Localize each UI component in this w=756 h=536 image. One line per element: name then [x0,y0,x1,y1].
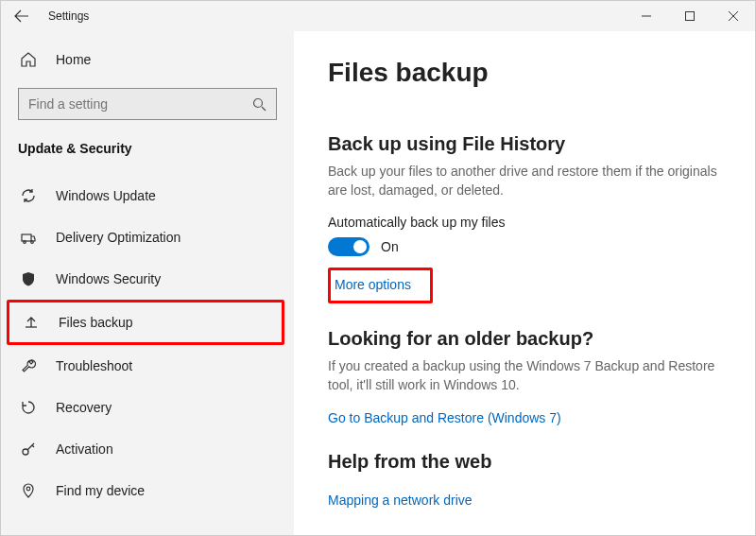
minimize-button[interactable] [625,1,668,31]
svg-point-3 [24,241,26,244]
sidebar-item-label: Delivery Optimization [56,230,180,245]
back-button[interactable] [12,7,31,26]
older-description: If you created a backup using the Window… [328,357,732,394]
arrow-left-icon [14,9,29,24]
main-content: Files backup Back up using File History … [294,31,755,535]
page-title: Files backup [328,58,732,88]
more-options-link[interactable]: More options [335,277,411,292]
older-heading: Looking for an older backup? [328,328,732,350]
sidebar-item-delivery-optimization[interactable]: Delivery Optimization [1,216,294,258]
search-box[interactable] [18,88,277,120]
annotation-highlight-files-backup: Files backup [7,300,284,345]
minimize-icon [642,11,651,21]
sidebar-item-troubleshoot[interactable]: Troubleshoot [1,345,294,387]
backup-icon [21,312,42,333]
sidebar-item-files-backup[interactable]: Files backup [9,303,282,342]
shield-icon [18,268,39,289]
toggle-label: Automatically back up my files [328,215,732,230]
sync-icon [18,185,39,206]
location-icon [18,480,39,501]
category-header: Update & Security [1,128,294,167]
key-icon [18,439,39,459]
sidebar: Home Update & Security Windows Update [1,31,294,535]
backup-description: Back up your files to another drive and … [328,163,732,199]
sidebar-item-find-my-device[interactable]: Find my device [1,470,294,511]
close-button[interactable] [712,1,755,31]
sidebar-item-home[interactable]: Home [1,39,294,80]
svg-point-6 [26,487,30,491]
search-input[interactable] [28,96,252,112]
sidebar-item-activation[interactable]: Activation [1,428,294,470]
sidebar-item-label: Home [56,52,91,67]
sidebar-item-windows-security[interactable]: Windows Security [1,258,294,300]
help-link[interactable]: Mapping a network drive [328,493,472,508]
sidebar-item-label: Files backup [59,315,133,330]
home-icon [18,49,39,70]
sidebar-item-label: Find my device [56,483,145,498]
sidebar-item-label: Windows Update [56,188,156,203]
annotation-highlight-more-options: More options [328,268,433,303]
recovery-icon [18,397,39,418]
toggle-knob [353,240,367,253]
backup-restore-link[interactable]: Go to Backup and Restore (Windows 7) [328,410,561,425]
wrench-icon [18,355,39,376]
sidebar-item-label: Recovery [56,400,112,415]
window-controls [625,1,755,31]
nav-list: Windows Update Delivery Optimization Win… [1,175,294,511]
section-older-backup: Looking for an older backup? If you crea… [328,328,732,426]
backup-toggle[interactable] [328,237,369,256]
svg-rect-2 [22,234,31,241]
maximize-button[interactable] [668,1,712,31]
sidebar-item-windows-update[interactable]: Windows Update [1,175,294,216]
toggle-row: On [328,237,732,256]
app-title: Settings [48,9,89,23]
section-help: Help from the web Mapping a network driv… [328,451,732,509]
section-backup: Back up using File History Back up your … [328,133,732,303]
close-icon [729,11,738,21]
maximize-icon [685,11,695,21]
sidebar-item-label: Windows Security [56,271,161,286]
search-wrap [1,80,294,128]
svg-rect-0 [686,12,695,21]
delivery-icon [18,227,39,248]
svg-point-1 [254,98,263,107]
help-heading: Help from the web [328,451,732,473]
body-area: Home Update & Security Windows Update [1,31,755,535]
backup-heading: Back up using File History [328,133,732,155]
toggle-state: On [381,239,399,254]
search-icon [252,97,266,112]
sidebar-item-label: Activation [56,441,113,457]
svg-point-4 [31,241,34,244]
sidebar-item-recovery[interactable]: Recovery [1,387,294,428]
titlebar: Settings [1,1,755,31]
sidebar-item-label: Troubleshoot [56,358,132,373]
settings-window: Settings Home [0,0,756,536]
